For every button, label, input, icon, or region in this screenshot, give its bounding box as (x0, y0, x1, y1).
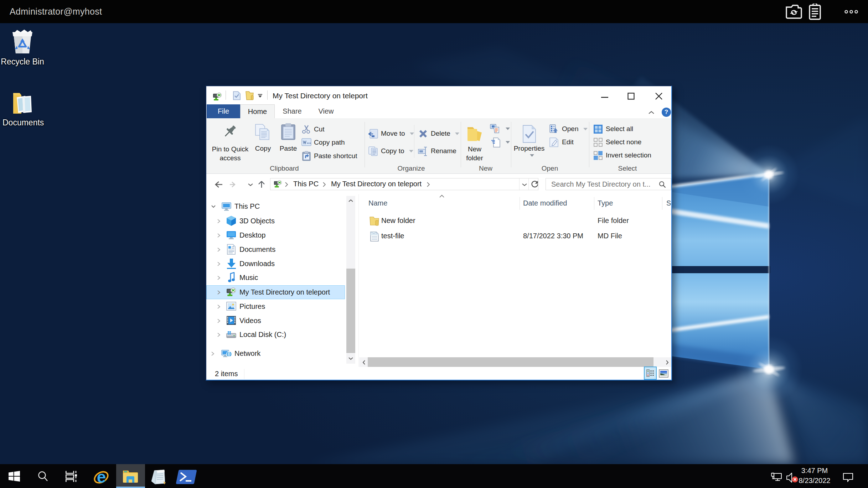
svg-text:e: e (97, 469, 106, 485)
